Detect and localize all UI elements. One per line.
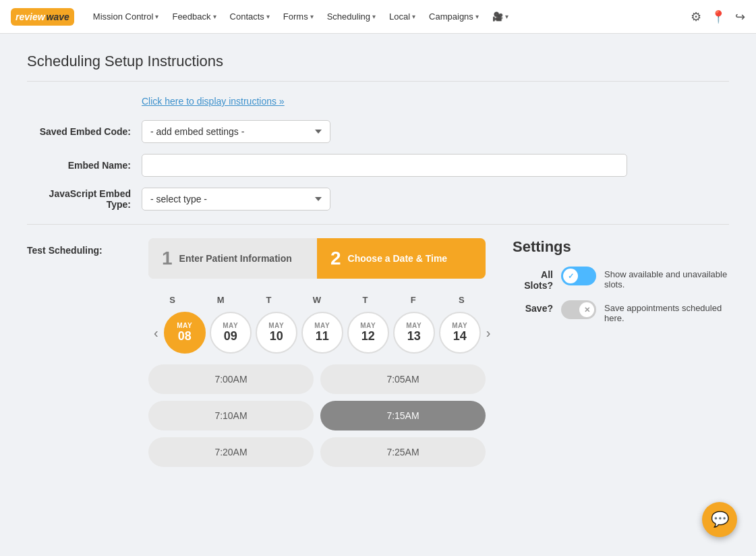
cal-date-may14-day: 14 — [453, 329, 467, 343]
calendar-date-may14[interactable]: MAY 14 — [439, 312, 481, 354]
logo-review-text: review — [16, 11, 45, 22]
divider-1 — [27, 81, 729, 82]
day-label-wed: W — [295, 295, 339, 305]
calendar-next-button[interactable]: › — [481, 320, 496, 346]
day-label-thu: T — [343, 295, 386, 305]
page: Scheduling Setup Instructions Click here… — [0, 34, 756, 486]
step-1-tab[interactable]: 1 Enter Patient Information — [148, 238, 317, 279]
save-row: Save? ✕ Save appointments scheduled here… — [513, 300, 739, 323]
step-2-num: 2 — [330, 248, 341, 269]
divider-2 — [27, 224, 729, 225]
nav-feedback-chevron: ▾ — [213, 13, 216, 20]
step-2-text: Choose a Date & Time — [348, 252, 448, 265]
day-label-tue: T — [248, 295, 291, 305]
scheduler: 1 Enter Patient Information 2 Choose a D… — [148, 238, 486, 467]
calendar-date-may09[interactable]: MAY 09 — [210, 312, 252, 354]
cal-date-may12-day: 12 — [361, 329, 375, 343]
settings-title: Settings — [513, 238, 739, 256]
time-slot-725am[interactable]: 7:25AM — [320, 437, 486, 467]
save-toggle-thumb: ✕ — [579, 302, 594, 317]
chat-bubble-button[interactable]: 💬 — [702, 502, 737, 537]
day-label-sun: S — [151, 295, 194, 305]
day-label-sat: S — [440, 295, 483, 305]
video-icon: 🎥 — [492, 11, 503, 22]
time-slot-705am[interactable]: 7:05AM — [320, 364, 486, 394]
nav-forms-label: Forms — [283, 11, 308, 22]
logo[interactable]: reviewwave — [11, 8, 74, 26]
all-slots-row: All Slots? ✓ Show available and unavaila… — [513, 267, 739, 291]
calendar-prev-button[interactable]: ‹ — [148, 320, 164, 346]
calendar-date-may12[interactable]: MAY 12 — [347, 312, 389, 354]
nav-mission-control-chevron: ▾ — [155, 13, 158, 20]
cal-date-may13-month: MAY — [406, 322, 421, 329]
embed-name-input[interactable] — [142, 154, 627, 177]
calendar-row: ‹ MAY 08 MAY 09 MAY 10 MAY — [148, 312, 486, 354]
location-icon[interactable]: 📍 — [711, 9, 726, 24]
time-slot-715am[interactable]: 7:15AM — [320, 401, 486, 430]
time-slot-700am[interactable]: 7:00AM — [148, 364, 314, 394]
gear-icon[interactable]: ⚙ — [691, 9, 701, 24]
calendar-days-header: S M T W T F S — [148, 295, 486, 305]
cal-date-may09-day: 09 — [224, 329, 237, 343]
nav-contacts-label: Contacts — [230, 11, 264, 22]
instructions-link[interactable]: Click here to display instructions » — [142, 96, 285, 107]
nav-local-label: Local — [389, 11, 410, 22]
calendar-dates: MAY 08 MAY 09 MAY 10 MAY 11 — [164, 312, 481, 354]
all-slots-label: All Slots? — [513, 267, 553, 291]
nav-feedback-label: Feedback — [172, 11, 210, 22]
exit-icon[interactable]: ↪ — [735, 9, 745, 24]
nav-video[interactable]: 🎥 ▾ — [487, 9, 514, 24]
all-slots-toggle-track: ✓ — [561, 267, 596, 285]
js-embed-type-row: JavaScript Embed Type: - select type - — [27, 188, 729, 211]
time-slots: 7:00AM 7:05AM 7:10AM 7:15AM 7:20AM 7:25A… — [148, 364, 486, 467]
day-label-mon: M — [199, 295, 242, 305]
page-title: Scheduling Setup Instructions — [27, 53, 729, 70]
nav-scheduling-chevron: ▾ — [372, 13, 376, 20]
cal-date-may08-day: 08 — [178, 329, 192, 343]
nav-contacts[interactable]: Contacts ▾ — [225, 9, 275, 24]
js-embed-type-select[interactable]: - select type - — [142, 188, 330, 211]
nav-campaigns-chevron: ▾ — [475, 13, 479, 20]
save-x-icon: ✕ — [584, 306, 590, 314]
calendar-date-may10[interactable]: MAY 10 — [256, 312, 297, 354]
cal-date-may08-month: MAY — [177, 322, 192, 329]
all-slots-toggle-thumb: ✓ — [563, 269, 578, 283]
nav-feedback[interactable]: Feedback ▾ — [167, 9, 221, 24]
time-slot-710am[interactable]: 7:10AM — [148, 401, 314, 430]
cal-date-may14-month: MAY — [452, 322, 467, 329]
cal-date-may11-month: MAY — [314, 322, 330, 329]
logo-wave-text: wave — [47, 11, 69, 22]
test-scheduling-section: Test Scheduling: 1 Enter Patient Informa… — [27, 238, 729, 467]
all-slots-toggle[interactable]: ✓ — [561, 267, 596, 285]
saved-embed-code-select[interactable]: - add embed settings - — [142, 120, 330, 143]
nav-scheduling-label: Scheduling — [327, 11, 370, 22]
save-label: Save? — [513, 300, 553, 314]
time-slot-720am[interactable]: 7:20AM — [148, 437, 314, 467]
save-desc: Save appointments scheduled here. — [604, 300, 739, 323]
calendar-date-may13[interactable]: MAY 13 — [393, 312, 435, 354]
nav-forms-chevron: ▾ — [310, 13, 314, 20]
calendar-date-may11[interactable]: MAY 11 — [301, 312, 343, 354]
cal-date-may11-day: 11 — [316, 329, 329, 343]
nav-video-chevron: ▾ — [505, 13, 508, 20]
settings-panel: Settings All Slots? ✓ Show available and… — [513, 238, 739, 467]
saved-embed-code-row: Saved Embed Code: - add embed settings - — [27, 120, 729, 143]
embed-name-row: Embed Name: — [27, 154, 729, 177]
nav-campaigns[interactable]: Campaigns ▾ — [424, 9, 484, 24]
test-scheduling-label: Test Scheduling: — [27, 238, 121, 467]
logo-box: reviewwave — [11, 8, 74, 26]
nav-contacts-chevron: ▾ — [266, 13, 270, 20]
nav-items: Mission Control ▾ Feedback ▾ Contacts ▾ … — [88, 9, 691, 24]
step-2-tab[interactable]: 2 Choose a Date & Time — [317, 238, 486, 279]
nav-scheduling[interactable]: Scheduling ▾ — [322, 9, 381, 24]
cal-date-may10-month: MAY — [268, 322, 284, 329]
nav-local[interactable]: Local ▾ — [384, 9, 421, 24]
save-toggle[interactable]: ✕ — [561, 300, 596, 319]
nav-mission-control[interactable]: Mission Control ▾ — [88, 9, 165, 24]
nav-campaigns-label: Campaigns — [429, 11, 473, 22]
cal-date-may12-month: MAY — [360, 322, 376, 329]
save-toggle-track: ✕ — [561, 300, 596, 319]
all-slots-check-icon: ✓ — [568, 272, 574, 281]
nav-forms[interactable]: Forms ▾ — [278, 9, 319, 24]
calendar-date-may08[interactable]: MAY 08 — [164, 312, 206, 354]
